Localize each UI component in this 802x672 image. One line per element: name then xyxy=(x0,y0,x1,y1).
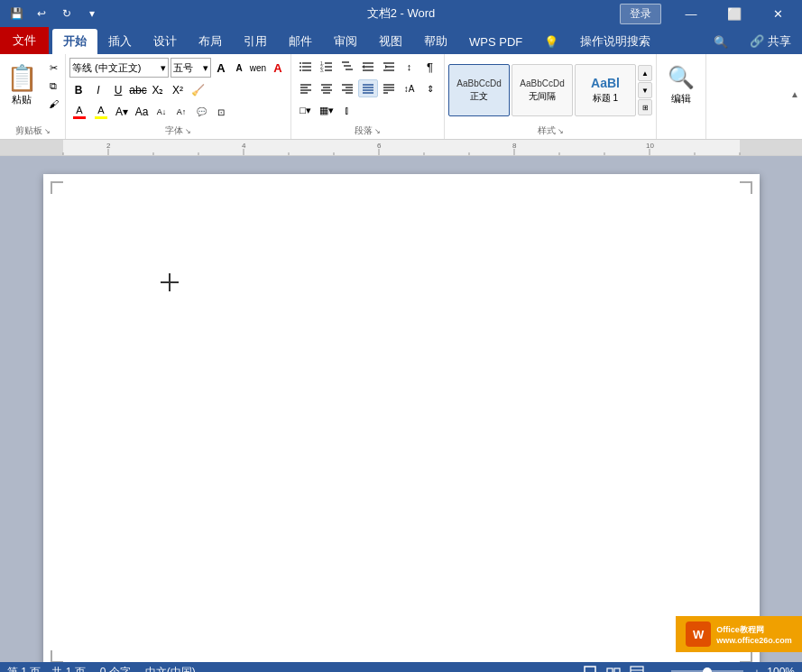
corner-mark-bl xyxy=(51,650,63,662)
numbering-button[interactable]: 1.2.3. xyxy=(317,58,336,76)
read-mode-button[interactable] xyxy=(604,664,623,672)
styles-scroll-up[interactable]: ▲ xyxy=(638,65,652,81)
edit-label: 编辑 xyxy=(671,92,691,106)
print-layout-button[interactable] xyxy=(580,664,600,672)
font-expand-icon[interactable]: ↘ xyxy=(185,127,191,135)
styles-scroll-down[interactable]: ▼ xyxy=(638,82,652,98)
ruler-svg: 2 4 6 8 10 xyxy=(0,140,802,156)
redo-button[interactable]: ↻ xyxy=(56,3,78,24)
border-char-button[interactable]: ⊡ xyxy=(212,103,230,121)
justify-button[interactable] xyxy=(358,79,378,97)
indent-less-button[interactable] xyxy=(358,58,378,76)
tab-home[interactable]: 开始 xyxy=(52,29,97,54)
close-button[interactable]: ✕ xyxy=(757,0,798,27)
clear-format-button[interactable]: A xyxy=(269,59,287,77)
tab-lightbulb[interactable]: 💡 xyxy=(533,29,569,54)
font-size-dropdown-icon: ▾ xyxy=(203,62,208,74)
shading-button[interactable]: ▦▾ xyxy=(317,101,336,119)
font-shrink-button[interactable]: A xyxy=(231,60,247,76)
font-name-select[interactable]: 等线 (中文正文) ▾ xyxy=(69,58,169,78)
search-button[interactable]: 🔍 xyxy=(703,29,739,54)
paragraph-expand-icon[interactable]: ↘ xyxy=(374,127,381,135)
eraser-button[interactable]: 🧹 xyxy=(189,81,207,99)
superscript-button[interactable]: X² xyxy=(169,81,187,99)
align-center-button[interactable] xyxy=(317,79,336,97)
styles-expand[interactable]: ⊞ xyxy=(638,99,652,115)
font-color-bar xyxy=(73,116,86,119)
tab-insert[interactable]: 插入 xyxy=(97,29,143,54)
para-spacing-button[interactable]: ⇕ xyxy=(420,79,440,97)
multilevel-list-button[interactable] xyxy=(337,58,357,76)
login-button[interactable]: 登录 xyxy=(620,4,661,24)
tab-view[interactable]: 视图 xyxy=(368,29,413,54)
font-color-2-button[interactable]: A▾ xyxy=(113,103,131,121)
bullet-list-button[interactable] xyxy=(296,58,316,76)
align-left-button[interactable] xyxy=(296,79,316,97)
wps-watermark: W Office教程网 www.office26o.com xyxy=(676,616,802,652)
indent-more-button[interactable] xyxy=(379,58,399,76)
wubi-button[interactable]: wen xyxy=(249,59,267,77)
sort-button[interactable]: ↕ xyxy=(400,58,419,76)
strikethrough-button[interactable]: abc xyxy=(129,81,147,99)
svg-text:4: 4 xyxy=(242,142,246,150)
highlight-button[interactable]: A xyxy=(91,103,111,121)
style-no-spacing[interactable]: AaBbCcDd 无间隔 xyxy=(512,64,573,116)
customize-qat-button[interactable]: ▾ xyxy=(81,3,103,24)
status-bar: 第 1 页，共 1 页 0 个字 中文(中国) − + 100% xyxy=(0,662,802,672)
styles-label: 样式 xyxy=(538,124,556,137)
font-size-select[interactable]: 五号 ▾ xyxy=(171,58,211,78)
maximize-button[interactable]: ⬜ xyxy=(714,0,755,27)
tab-help[interactable]: 帮助 xyxy=(413,29,458,54)
aa-button[interactable]: Aa xyxy=(133,103,151,121)
undo-button[interactable]: ↩ xyxy=(31,3,52,24)
tab-review[interactable]: 审阅 xyxy=(323,29,368,54)
style-no-spacing-label: 无间隔 xyxy=(529,90,556,103)
zoom-minus[interactable]: − xyxy=(654,667,659,672)
tab-mailings[interactable]: 邮件 xyxy=(278,29,323,54)
clipboard-expand-icon[interactable]: ↘ xyxy=(44,127,51,135)
font-label: 字体 xyxy=(165,124,183,137)
line-spacing-button[interactable]: ↕A xyxy=(400,79,419,97)
tab-wps-pdf[interactable]: WPS PDF xyxy=(458,29,533,54)
subscript-button[interactable]: X₂ xyxy=(149,81,167,99)
document-page[interactable] xyxy=(43,174,760,662)
underline-button[interactable]: U xyxy=(109,81,127,99)
border-button[interactable]: □▾ xyxy=(296,101,316,119)
tab-layout[interactable]: 布局 xyxy=(188,29,233,54)
columns-button[interactable]: ⫿ xyxy=(337,101,357,119)
zoom-plus[interactable]: + xyxy=(754,667,760,672)
phonetic-button[interactable]: 💬 xyxy=(192,103,210,121)
style-heading1[interactable]: AaBl 标题 1 xyxy=(575,64,636,116)
style-heading1-preview: AaBl xyxy=(591,76,620,90)
copy-button[interactable]: ⧉ xyxy=(43,78,63,94)
style-normal[interactable]: AaBbCcDd 正文 xyxy=(448,64,510,116)
wps-line1: Office教程网 xyxy=(716,624,792,636)
shrink-text-button[interactable]: A↓ xyxy=(152,103,171,121)
font-color-button[interactable]: A xyxy=(69,103,89,121)
show-marks-button[interactable]: ¶ xyxy=(420,58,440,76)
tab-file[interactable]: 文件 xyxy=(0,27,49,54)
paste-button[interactable]: 📋 粘贴 xyxy=(2,58,41,112)
cut-button[interactable]: ✂ xyxy=(43,60,63,76)
bold-button[interactable]: B xyxy=(69,81,88,99)
minimize-button[interactable]: — xyxy=(670,0,712,27)
tab-design[interactable]: 设计 xyxy=(143,29,188,54)
tab-references[interactable]: 引用 xyxy=(233,29,278,54)
tab-search[interactable]: 操作说明搜索 xyxy=(569,29,661,54)
distribute-button[interactable] xyxy=(379,79,399,97)
edit-button[interactable]: 🔍 编辑 xyxy=(660,58,702,112)
styles-expand-icon[interactable]: ↘ xyxy=(558,127,564,135)
format-painter-button[interactable]: 🖌 xyxy=(43,96,63,112)
document-area[interactable] xyxy=(0,156,802,662)
save-button[interactable]: 💾 xyxy=(5,3,27,24)
share-button[interactable]: 🔗 共享 xyxy=(739,29,802,54)
svg-text:6: 6 xyxy=(377,142,382,150)
align-right-button[interactable] xyxy=(337,79,357,97)
ribbon-collapse-button[interactable]: ▲ xyxy=(788,54,802,133)
grow-text-button[interactable]: A↑ xyxy=(172,103,190,121)
font-shrink-icon: A xyxy=(235,63,242,73)
italic-button[interactable]: I xyxy=(89,81,107,99)
font-grow-button[interactable]: A xyxy=(213,60,229,76)
style-normal-label: 正文 xyxy=(470,90,488,103)
web-layout-button[interactable] xyxy=(627,664,647,672)
